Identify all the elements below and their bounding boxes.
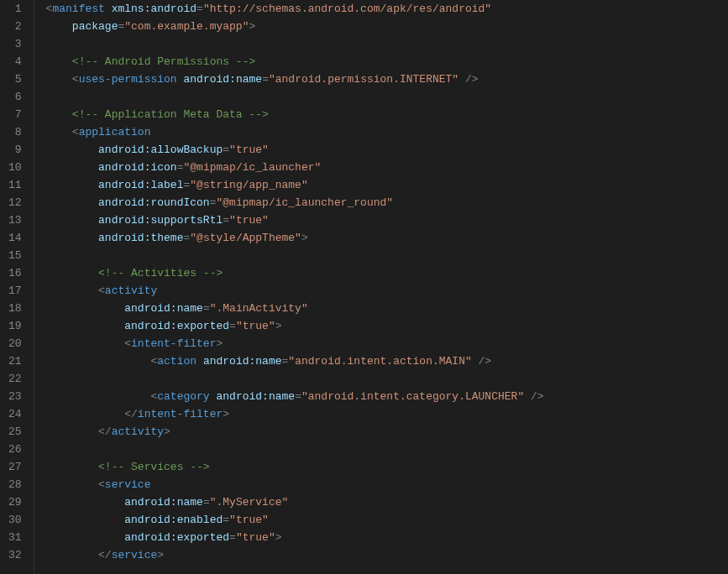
token-an: exported: [177, 320, 229, 332]
code-line[interactable]: android:icon="@mipmap/ic_launcher": [46, 159, 728, 176]
token-p: />: [472, 355, 491, 368]
token-p: <: [72, 73, 79, 86]
token-s: "true": [229, 514, 269, 526]
token-s: "com.example.myapp": [124, 20, 249, 33]
token-ns: android:: [98, 214, 150, 227]
code-line[interactable]: android:theme="@style/AppTheme">: [46, 229, 728, 247]
line-number: 6: [8, 88, 22, 106]
code-area[interactable]: <manifest xmlns:android="http://schemas.…: [34, 0, 728, 574]
line-number: 31: [8, 529, 22, 546]
code-line[interactable]: <activity: [46, 282, 728, 300]
token-an: label: [150, 179, 183, 191]
code-line[interactable]: </service>: [46, 546, 728, 564]
line-number: 9: [8, 141, 22, 159]
token-c: <!-- Android Permissions -->: [72, 55, 255, 68]
token-s: "android.permission.INTERNET": [269, 73, 458, 86]
token-p: [105, 3, 112, 15]
code-line[interactable]: </intent-filter>: [46, 405, 728, 423]
line-number: 11: [8, 176, 22, 194]
line-number: 7: [8, 106, 22, 123]
token-s: ".MyService": [210, 496, 289, 509]
token-p: >: [164, 425, 170, 438]
line-number: 19: [8, 317, 22, 335]
token-t: action: [157, 355, 196, 368]
line-number: 24: [8, 405, 22, 423]
line-number: 4: [8, 53, 22, 70]
token-t: service: [105, 478, 151, 491]
token-p: <: [72, 126, 79, 138]
code-editor[interactable]: 1234567891011121314151617181920212223242…: [0, 0, 728, 574]
token-an: roundIcon: [150, 196, 209, 209]
token-an: name: [269, 390, 295, 403]
token-t: activity: [112, 425, 164, 438]
token-s: "http://schemas.android.com/apk/res/andr…: [203, 3, 491, 15]
code-line[interactable]: android:supportsRtl="true": [46, 211, 728, 229]
token-ns: android:: [98, 179, 150, 191]
code-line[interactable]: <!-- Services -->: [46, 458, 728, 476]
token-s: "@mipmap/ic_launcher_round": [216, 196, 393, 209]
token-an: name: [177, 496, 203, 509]
token-an: package: [72, 20, 118, 33]
token-p: >: [301, 232, 308, 244]
code-line[interactable]: [46, 441, 728, 458]
code-line[interactable]: android:name=".MyService": [46, 493, 728, 511]
code-line[interactable]: android:allowBackup="true": [46, 141, 728, 159]
line-number: 23: [8, 388, 22, 405]
token-p: <: [98, 478, 105, 491]
code-line[interactable]: android:exported="true">: [46, 317, 728, 335]
line-number: 1: [8, 0, 22, 18]
code-line[interactable]: </activity>: [46, 423, 728, 441]
code-line[interactable]: <application: [46, 123, 728, 141]
code-line[interactable]: <!-- Android Permissions -->: [46, 53, 728, 70]
token-ns: android:: [124, 320, 176, 332]
line-number: 22: [8, 370, 22, 388]
token-p: </: [98, 549, 112, 561]
code-line[interactable]: <action android:name="android.intent.act…: [46, 352, 728, 370]
code-line[interactable]: <uses-permission android:name="android.p…: [46, 70, 728, 88]
token-ns: android:: [124, 514, 176, 526]
token-p: <: [124, 337, 131, 350]
line-number: 16: [8, 264, 22, 282]
token-s: "android.intent.action.MAIN": [288, 355, 471, 368]
code-line[interactable]: android:name=".MainActivity": [46, 300, 728, 317]
code-line[interactable]: [46, 247, 728, 264]
token-an: android: [150, 3, 196, 15]
code-line[interactable]: android:label="@string/app_name": [46, 176, 728, 194]
code-line[interactable]: [46, 35, 728, 53]
code-line[interactable]: <!-- Activities -->: [46, 264, 728, 282]
token-an: supportsRtl: [150, 214, 223, 227]
line-number: 30: [8, 511, 22, 529]
token-an: allowBackup: [150, 144, 223, 156]
token-p: [196, 355, 203, 368]
token-p: =: [223, 214, 229, 227]
token-p: =: [229, 531, 236, 544]
code-line[interactable]: <service: [46, 476, 728, 493]
code-line[interactable]: <manifest xmlns:android="http://schemas.…: [46, 0, 728, 18]
code-line[interactable]: android:roundIcon="@mipmap/ic_launcher_r…: [46, 194, 728, 211]
line-number: 3: [8, 35, 22, 53]
code-line[interactable]: [46, 88, 728, 106]
token-t: application: [79, 126, 151, 138]
line-number: 28: [8, 476, 22, 493]
code-line[interactable]: android:exported="true">: [46, 529, 728, 546]
token-t: activity: [105, 284, 157, 297]
code-line[interactable]: <category android:name="android.intent.c…: [46, 388, 728, 405]
token-an: icon: [150, 161, 176, 174]
line-number: 8: [8, 123, 22, 141]
code-line[interactable]: package="com.example.myapp">: [46, 18, 728, 35]
token-s: "true": [229, 144, 269, 156]
line-number: 18: [8, 300, 22, 317]
code-line[interactable]: [46, 370, 728, 388]
token-t: intent-filter: [138, 408, 223, 420]
line-number: 21: [8, 352, 22, 370]
token-p: >: [249, 20, 255, 33]
token-p: =: [203, 302, 210, 315]
code-line[interactable]: android:enabled="true": [46, 511, 728, 529]
token-s: "@style/AppTheme": [190, 232, 301, 244]
code-line[interactable]: <intent-filter>: [46, 335, 728, 352]
token-ns: android:: [203, 355, 255, 368]
token-t: service: [112, 549, 158, 561]
token-an: enabled: [177, 514, 223, 526]
code-line[interactable]: <!-- Application Meta Data -->: [46, 106, 728, 123]
token-ns: android:: [124, 496, 176, 509]
